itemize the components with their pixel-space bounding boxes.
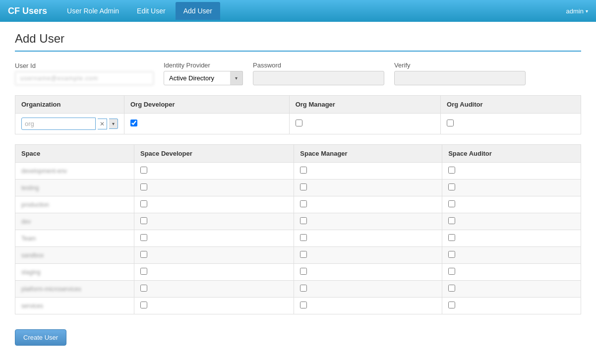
space-auditor-checkbox[interactable] bbox=[448, 285, 455, 292]
space-manager-checkbox[interactable] bbox=[300, 234, 307, 241]
space-col-developer: Space Developer bbox=[134, 145, 294, 163]
org-search-input[interactable] bbox=[21, 118, 96, 130]
space-developer-cell bbox=[134, 163, 294, 180]
space-manager-cell bbox=[294, 196, 442, 213]
navbar-brand[interactable]: CF Users bbox=[8, 6, 47, 16]
identity-provider-label: Identity Provider bbox=[164, 61, 243, 69]
org-clear-button[interactable]: ✕ bbox=[98, 119, 107, 129]
space-manager-cell bbox=[294, 180, 442, 196]
password-group: Password bbox=[253, 61, 384, 85]
org-developer-cell bbox=[124, 114, 290, 134]
org-table-header-row: Organization Org Developer Org Manager O… bbox=[15, 96, 581, 114]
user-id-label: User Id bbox=[15, 62, 154, 69]
space-auditor-cell bbox=[442, 196, 581, 213]
space-manager-checkbox[interactable] bbox=[300, 285, 307, 292]
space-table-row: platform-microservices bbox=[15, 281, 581, 298]
user-id-input[interactable] bbox=[15, 71, 154, 85]
space-auditor-cell bbox=[442, 264, 581, 281]
space-auditor-cell bbox=[442, 213, 581, 230]
navbar-user[interactable]: admin bbox=[566, 7, 588, 15]
space-auditor-cell bbox=[442, 230, 581, 247]
space-manager-cell bbox=[294, 298, 442, 314]
space-developer-checkbox[interactable] bbox=[140, 234, 147, 241]
user-id-group: User Id bbox=[15, 62, 154, 85]
space-manager-cell bbox=[294, 163, 442, 180]
verify-input[interactable] bbox=[394, 71, 526, 85]
org-developer-checkbox[interactable] bbox=[130, 120, 137, 126]
space-developer-checkbox[interactable] bbox=[140, 285, 147, 292]
space-developer-checkbox[interactable] bbox=[140, 251, 147, 258]
org-col-auditor: Org Auditor bbox=[441, 96, 581, 114]
space-name-cell: services bbox=[15, 298, 134, 314]
space-manager-cell bbox=[294, 281, 442, 298]
space-table-row: testing bbox=[15, 180, 581, 196]
space-manager-cell bbox=[294, 230, 442, 247]
org-col-developer: Org Developer bbox=[124, 96, 290, 114]
org-manager-checkbox[interactable] bbox=[296, 120, 302, 126]
space-auditor-checkbox[interactable] bbox=[448, 200, 455, 207]
nav-user-role-admin[interactable]: User Role Admin bbox=[59, 2, 127, 20]
space-developer-checkbox[interactable] bbox=[140, 217, 147, 224]
space-name-cell: production bbox=[15, 196, 134, 213]
space-developer-checkbox[interactable] bbox=[140, 183, 147, 190]
space-name-cell: platform-microservices bbox=[15, 281, 134, 298]
org-col-manager: Org Manager bbox=[289, 96, 440, 114]
space-auditor-cell bbox=[442, 180, 581, 196]
space-developer-checkbox[interactable] bbox=[140, 200, 147, 207]
nav-add-user[interactable]: Add User bbox=[176, 2, 220, 20]
space-manager-checkbox[interactable] bbox=[300, 268, 307, 275]
space-developer-checkbox[interactable] bbox=[140, 167, 147, 174]
password-input[interactable] bbox=[253, 71, 384, 85]
add-user-form: User Id Identity Provider Active Directo… bbox=[15, 61, 581, 85]
space-name-cell: staging bbox=[15, 264, 134, 281]
space-manager-checkbox[interactable] bbox=[300, 167, 307, 174]
space-manager-checkbox[interactable] bbox=[300, 183, 307, 190]
space-table-row: development-env bbox=[15, 163, 581, 180]
space-col-space: Space bbox=[15, 145, 134, 163]
org-select-cell: ✕ ▾ bbox=[15, 114, 124, 134]
space-manager-checkbox[interactable] bbox=[300, 217, 307, 224]
space-col-manager: Space Manager bbox=[294, 145, 442, 163]
org-dropdown-button[interactable]: ▾ bbox=[109, 119, 118, 129]
space-table-row: sandbox bbox=[15, 247, 581, 264]
space-manager-checkbox[interactable] bbox=[300, 251, 307, 258]
space-manager-checkbox[interactable] bbox=[300, 200, 307, 207]
space-developer-cell bbox=[134, 298, 294, 314]
identity-provider-select[interactable]: Active Directory Internal LDAP bbox=[164, 71, 243, 85]
space-auditor-checkbox[interactable] bbox=[448, 183, 455, 190]
page-title: Add User bbox=[15, 32, 581, 52]
navbar-links: User Role Admin Edit User Add User bbox=[59, 2, 566, 20]
space-auditor-checkbox[interactable] bbox=[448, 217, 455, 224]
org-auditor-checkbox[interactable] bbox=[447, 120, 454, 126]
space-manager-checkbox[interactable] bbox=[300, 302, 307, 308]
space-table-row: dev bbox=[15, 213, 581, 230]
password-label: Password bbox=[253, 61, 384, 69]
nav-edit-user[interactable]: Edit User bbox=[129, 2, 174, 20]
create-user-button[interactable]: Create User bbox=[15, 329, 66, 346]
space-developer-cell bbox=[134, 247, 294, 264]
org-auditor-cell bbox=[441, 114, 581, 134]
space-auditor-checkbox[interactable] bbox=[448, 268, 455, 275]
space-manager-cell bbox=[294, 213, 442, 230]
space-auditor-cell bbox=[442, 163, 581, 180]
space-manager-cell bbox=[294, 264, 442, 281]
space-auditor-cell bbox=[442, 281, 581, 298]
space-developer-cell bbox=[134, 281, 294, 298]
space-manager-cell bbox=[294, 247, 442, 264]
space-table-section: Space Space Developer Space Manager Spac… bbox=[15, 144, 581, 314]
space-developer-cell bbox=[134, 180, 294, 196]
space-auditor-checkbox[interactable] bbox=[448, 251, 455, 258]
navbar: CF Users User Role Admin Edit User Add U… bbox=[0, 0, 596, 22]
main-content: Add User User Id Identity Provider Activ… bbox=[0, 22, 596, 364]
space-auditor-checkbox[interactable] bbox=[448, 302, 455, 308]
space-developer-checkbox[interactable] bbox=[140, 268, 147, 275]
space-auditor-checkbox[interactable] bbox=[448, 234, 455, 241]
space-table: Space Space Developer Space Manager Spac… bbox=[15, 144, 581, 314]
space-auditor-checkbox[interactable] bbox=[448, 167, 455, 174]
space-table-row: Team bbox=[15, 230, 581, 247]
org-table-row: ✕ ▾ bbox=[15, 114, 581, 134]
org-col-organization: Organization bbox=[15, 96, 124, 114]
space-table-row: staging bbox=[15, 264, 581, 281]
space-developer-checkbox[interactable] bbox=[140, 302, 147, 308]
space-name-cell: sandbox bbox=[15, 247, 134, 264]
